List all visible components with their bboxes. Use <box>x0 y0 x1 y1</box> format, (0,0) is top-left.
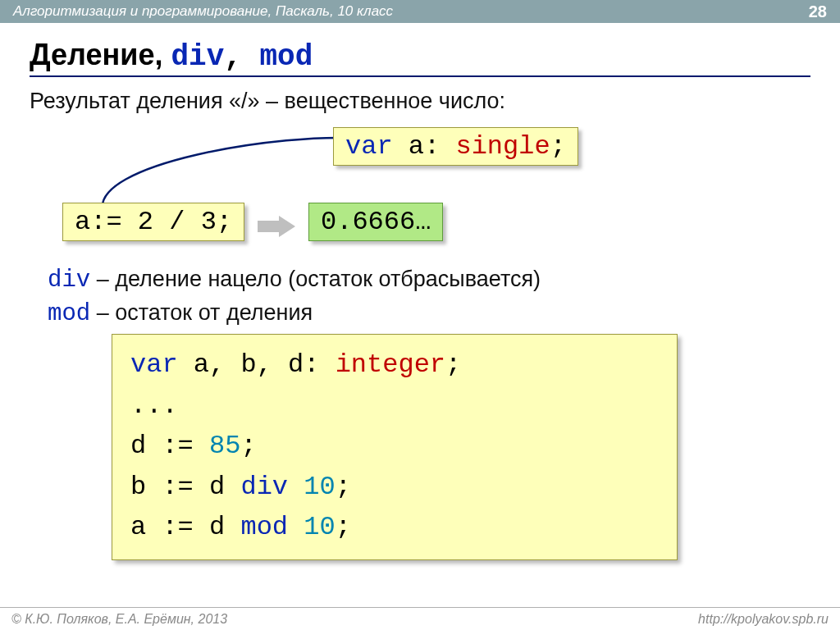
arrow-icon <box>258 216 299 237</box>
breadcrumb: Алгоритмизация и программирование, Паска… <box>13 3 393 20</box>
code-box-assign: a:= 2 / 3; <box>62 203 244 241</box>
code-block-main: var a, b, d: integer; ... d := 85; b := … <box>112 334 678 560</box>
page-number: 28 <box>809 2 827 21</box>
type-integer: integer <box>336 349 445 380</box>
code-box-var-decl: var a: single; <box>333 127 578 166</box>
l5c: ; <box>336 512 351 542</box>
l4b <box>288 472 304 502</box>
l3b: ; <box>240 431 256 461</box>
slide-title: Деление, div, mod <box>30 38 810 77</box>
title-kw-mod: mod <box>259 40 313 74</box>
l1-rest: a, b, d: <box>178 349 336 380</box>
l3-num: 85 <box>209 431 240 461</box>
l3a: d := <box>130 431 209 461</box>
title-word-1: Деление <box>30 38 154 71</box>
var-id: a: <box>393 131 456 162</box>
l2-dots: ... <box>130 390 178 421</box>
footer-authors: © К.Ю. Поляков, Е.А. Ерёмин, 2013 <box>11 612 227 627</box>
lead-text: Результат деления «/» – вещественное чис… <box>30 89 810 114</box>
slide-content: Деление, div, mod Результат деления «/» … <box>0 23 840 560</box>
def-mod: mod – остаток от деления <box>48 300 810 327</box>
type-single: single <box>455 131 550 162</box>
l5b <box>288 512 304 542</box>
semi: ; <box>550 131 566 162</box>
l4-num: 10 <box>304 472 335 502</box>
l5a: a := d <box>130 512 240 542</box>
kw-var: var <box>345 131 393 162</box>
def-div: div – деление нацело (остаток отбрасывае… <box>48 267 810 294</box>
example-stage: var a: single; a:= 2 / 3; 0.6666… <box>30 122 810 262</box>
kw-div: div <box>48 267 90 294</box>
l4c: ; <box>336 472 351 502</box>
title-kw-div: div <box>171 40 224 74</box>
footer-bar: © К.Ю. Поляков, Е.А. Ерёмин, 2013 http:/… <box>0 607 840 630</box>
header-bar: Алгоритмизация и программирование, Паска… <box>0 0 840 23</box>
l1-semi: ; <box>445 349 461 380</box>
def-mod-text: – остаток от деления <box>90 300 313 325</box>
kw-mod: mod <box>48 300 90 327</box>
definitions: div – деление нацело (остаток отбрасывае… <box>30 267 810 327</box>
l5-num: 10 <box>304 512 335 542</box>
def-div-text: – деление нацело (остаток отбрасывается) <box>90 267 541 291</box>
footer-url: http://kpolyakov.spb.ru <box>698 612 829 627</box>
result-text: 0.6666… <box>321 207 431 237</box>
kw-var2: var <box>130 349 178 380</box>
result-box: 0.6666… <box>308 203 443 241</box>
l4a: b := d <box>130 472 240 502</box>
l4-div: div <box>240 472 288 502</box>
assign-text: a:= 2 / 3; <box>75 207 232 237</box>
l5-mod: mod <box>240 512 288 542</box>
